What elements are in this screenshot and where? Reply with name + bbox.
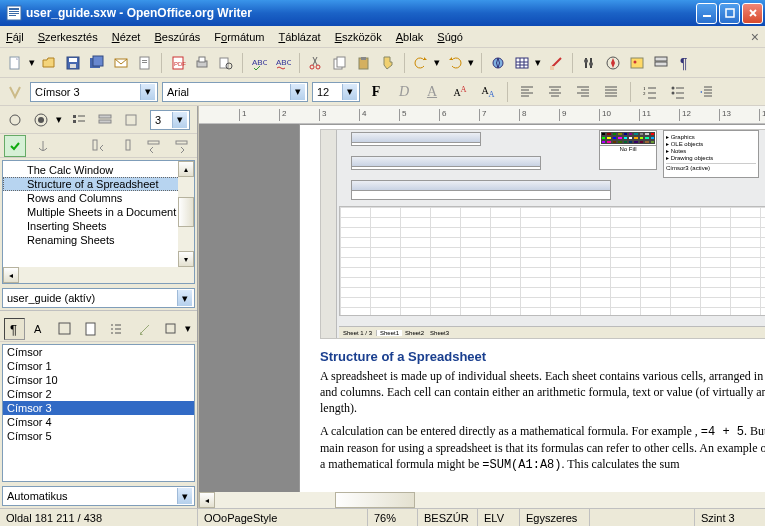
styles-list[interactable]: Címsor Címsor 1 Címsor 10 Címsor 2 Címso… [2, 344, 195, 482]
find-button[interactable] [578, 52, 600, 74]
new-button[interactable] [4, 52, 26, 74]
bullet-list-button[interactable] [666, 81, 690, 103]
scrollbar[interactable]: ◂▸ [3, 267, 178, 283]
menu-window[interactable]: Ablak [396, 31, 424, 43]
print-button[interactable] [191, 52, 213, 74]
table-button[interactable] [511, 52, 533, 74]
align-justify-button[interactable] [599, 81, 623, 103]
menu-file[interactable]: Fájl [6, 31, 24, 43]
size-combo[interactable]: 12▾ [312, 82, 360, 102]
nav-doc-combo[interactable]: user_guide (aktív)▾ [2, 288, 195, 308]
nav-demote-icon[interactable] [171, 135, 193, 157]
nav-item[interactable]: Multiple Sheets in a Document [3, 205, 194, 219]
style-item[interactable]: Címsor 4 [3, 415, 194, 429]
italic-button[interactable]: D [392, 81, 416, 103]
paste-button[interactable] [353, 52, 375, 74]
gallery-button[interactable] [626, 52, 648, 74]
align-left-button[interactable] [515, 81, 539, 103]
align-right-button[interactable] [571, 81, 595, 103]
status-pagestyle[interactable]: OOoPageStyle [198, 509, 368, 526]
style-item[interactable]: Címsor 10 [3, 373, 194, 387]
nav-promote-icon[interactable] [143, 135, 165, 157]
nav-list-icon[interactable] [68, 109, 90, 131]
email-button[interactable] [110, 52, 132, 74]
nav-anchor-icon[interactable] [32, 135, 54, 157]
navigator-button[interactable] [602, 52, 624, 74]
menu-format[interactable]: Formátum [214, 31, 264, 43]
style-item[interactable]: Címsor 3 [3, 401, 194, 415]
nav-item[interactable]: Structure of a Spreadsheet [3, 177, 194, 191]
status-zoom[interactable]: 76% [368, 509, 418, 526]
undo-button[interactable] [410, 52, 432, 74]
status-insert[interactable]: BESZÚR [418, 509, 478, 526]
menu-help[interactable]: Súgó [437, 31, 463, 43]
nav-green-icon[interactable] [4, 135, 26, 157]
formatbrush-button[interactable] [377, 52, 399, 74]
para-styles-icon[interactable]: ¶ [4, 318, 25, 340]
nav-item[interactable]: Renaming Sheets [3, 233, 194, 247]
page-styles-icon[interactable] [80, 318, 101, 340]
nonprinting-button[interactable]: ¶ [674, 52, 696, 74]
style-item[interactable]: Címsor [3, 345, 194, 359]
styles-toggle[interactable] [4, 81, 26, 103]
list-styles-icon[interactable] [105, 318, 126, 340]
saveall-button[interactable] [86, 52, 108, 74]
nav-tree[interactable]: The Calc Window Structure of a Spreadshe… [2, 160, 195, 284]
template-button[interactable] [134, 52, 156, 74]
numbered-list-button[interactable]: 12 [638, 81, 662, 103]
document-viewport[interactable]: No Fill ▸ Graphics ▸ OLE objects ▸ Notes… [199, 124, 765, 508]
status-level[interactable]: Szint 3 [695, 509, 765, 526]
bold-button[interactable]: F [364, 81, 388, 103]
char-styles-icon[interactable]: A [29, 318, 50, 340]
nav-drag-icon[interactable] [94, 109, 116, 131]
style-combo[interactable]: Címsor 3▾ [30, 82, 158, 102]
doc-close-icon[interactable]: × [751, 29, 759, 45]
close-button[interactable] [742, 3, 763, 24]
redo-dropdown[interactable]: ▾ [468, 56, 476, 69]
nav-set-icon[interactable] [120, 109, 142, 131]
hscrollbar[interactable]: ◂ ▸ [199, 492, 765, 508]
font-combo[interactable]: Arial▾ [162, 82, 308, 102]
align-center-button[interactable] [543, 81, 567, 103]
superscript-button[interactable]: AA [448, 81, 472, 103]
undo-dropdown[interactable]: ▾ [434, 56, 442, 69]
preview-button[interactable] [215, 52, 237, 74]
scrollbar[interactable]: ▴▾ [178, 161, 194, 283]
status-page[interactable]: Oldal 181 211 / 438 [0, 509, 198, 526]
subscript-button[interactable]: AA [476, 81, 500, 103]
copy-button[interactable] [329, 52, 351, 74]
nav-item[interactable]: Rows and Columns [3, 191, 194, 205]
fill-format-icon[interactable] [135, 318, 156, 340]
nav-toggle-icon[interactable] [4, 109, 26, 131]
new-style-icon[interactable] [160, 318, 181, 340]
draw-button[interactable] [545, 52, 567, 74]
nav-level-combo[interactable]: 3▾ [150, 110, 190, 130]
nav-item[interactable]: The Calc Window [3, 163, 194, 177]
menu-table[interactable]: Táblázat [278, 31, 320, 43]
minimize-button[interactable] [696, 3, 717, 24]
table-dropdown[interactable]: ▾ [535, 56, 543, 69]
decrease-indent-button[interactable] [694, 81, 718, 103]
frame-styles-icon[interactable] [55, 318, 76, 340]
save-button[interactable] [62, 52, 84, 74]
styles-mode-combo[interactable]: Automatikus▾ [2, 486, 195, 506]
pdf-button[interactable]: PDF [167, 52, 189, 74]
menu-insert[interactable]: Beszúrás [154, 31, 200, 43]
menu-edit[interactable]: Szerkesztés [38, 31, 98, 43]
spellcheck-button[interactable]: ABC [248, 52, 270, 74]
nav-item[interactable]: Inserting Sheets [3, 219, 194, 233]
redo-button[interactable] [444, 52, 466, 74]
maximize-button[interactable] [719, 3, 740, 24]
style-item[interactable]: Címsor 1 [3, 359, 194, 373]
datasources-button[interactable] [650, 52, 672, 74]
status-std[interactable]: ELV [478, 509, 520, 526]
menu-tools[interactable]: Eszközök [335, 31, 382, 43]
new-dropdown[interactable]: ▾ [28, 56, 36, 69]
nav-moveup-icon[interactable] [87, 135, 109, 157]
style-item[interactable]: Címsor 2 [3, 387, 194, 401]
nav-movedown-icon[interactable] [115, 135, 137, 157]
style-item[interactable]: Címsor 5 [3, 429, 194, 443]
open-button[interactable] [38, 52, 60, 74]
horizontal-ruler[interactable]: 1234567891011121314151617 [199, 106, 765, 124]
hyperlink-button[interactable] [487, 52, 509, 74]
